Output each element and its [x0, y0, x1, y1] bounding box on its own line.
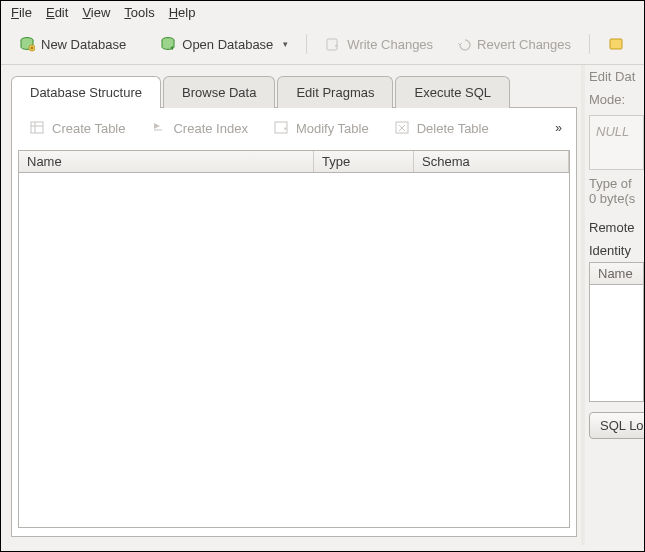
menu-edit-label: dit [55, 5, 69, 20]
create-index-icon [151, 120, 167, 136]
write-changes-button: Write Changes [317, 32, 441, 56]
menu-edit[interactable]: Edit [46, 5, 68, 20]
delete-table-label: Delete Table [417, 121, 489, 136]
structure-toolbar: Create Table Create Index Modify Table [12, 108, 576, 150]
modify-table-icon [274, 120, 290, 136]
column-header-schema[interactable]: Schema [414, 151, 569, 172]
toolbar-overflow-button[interactable]: » [555, 121, 566, 135]
write-changes-label: Write Changes [347, 37, 433, 52]
create-index-label: Create Index [173, 121, 247, 136]
schema-tree-header: Name Type Schema [19, 151, 569, 173]
remote-heading: Remote [589, 220, 644, 235]
create-index-button: Create Index [143, 116, 255, 140]
left-pane: Database Structure Browse Data Edit Prag… [1, 65, 581, 545]
revert-changes-icon [455, 36, 471, 52]
svg-rect-3 [327, 39, 337, 50]
menu-file[interactable]: File [11, 5, 32, 20]
tab-database-structure[interactable]: Database Structure [11, 76, 161, 108]
toolbar-separator-2 [589, 34, 590, 54]
create-table-button: Create Table [22, 116, 133, 140]
sql-log-label: SQL Lo [600, 418, 644, 433]
identity-label: Identity [589, 243, 644, 258]
tab-execute-sql[interactable]: Execute SQL [395, 76, 510, 108]
remote-column-name[interactable]: Name [590, 263, 643, 285]
modify-table-label: Modify Table [296, 121, 369, 136]
tab-execute-label: Execute SQL [414, 85, 491, 100]
open-database-dropdown-icon[interactable]: ▾ [279, 39, 288, 49]
column-header-type[interactable]: Type [314, 151, 414, 172]
delete-table-icon [395, 120, 411, 136]
menu-help[interactable]: Help [169, 5, 196, 20]
create-table-label: Create Table [52, 121, 125, 136]
modify-table-button: Modify Table [266, 116, 377, 140]
tab-browse-data[interactable]: Browse Data [163, 76, 275, 108]
menu-bar: File Edit View Tools Help [1, 1, 644, 26]
revert-changes-label: Revert Changes [477, 37, 571, 52]
project-icon [608, 36, 624, 52]
tab-browse-label: Browse Data [182, 85, 256, 100]
tab-pragmas-label: Edit Pragmas [296, 85, 374, 100]
write-changes-icon [325, 36, 341, 52]
new-database-label: New Database [41, 37, 126, 52]
new-database-icon [19, 36, 35, 52]
menu-file-label: ile [19, 5, 32, 20]
create-table-icon [30, 120, 46, 136]
schema-tree[interactable]: Name Type Schema [18, 150, 570, 528]
cell-editor-placeholder: NULL [596, 124, 629, 139]
delete-table-button: Delete Table [387, 116, 497, 140]
bytes-label: 0 byte(s [589, 191, 644, 206]
svg-rect-5 [31, 122, 43, 133]
revert-changes-button: Revert Changes [447, 32, 579, 56]
edit-cell-heading: Edit Dat [589, 69, 644, 84]
tab-bar: Database Structure Browse Data Edit Prag… [11, 75, 577, 107]
sql-log-button[interactable]: SQL Lo [589, 412, 644, 439]
type-of-label: Type of [589, 176, 644, 191]
menu-help-label: elp [178, 5, 195, 20]
column-header-name[interactable]: Name [19, 151, 314, 172]
menu-view[interactable]: View [82, 5, 110, 20]
mode-label: Mode: [589, 92, 625, 107]
cell-editor[interactable]: NULL [589, 115, 644, 170]
tab-edit-pragmas[interactable]: Edit Pragmas [277, 76, 393, 108]
tab-structure-label: Database Structure [30, 85, 142, 100]
open-database-button[interactable]: Open Database ▾ [152, 32, 296, 56]
open-database-label: Open Database [182, 37, 273, 52]
toolbar-separator [306, 34, 307, 54]
menu-tools-label: ools [131, 5, 155, 20]
open-database-icon [160, 36, 176, 52]
main-toolbar: New Database Open Database ▾ Write Chang… [1, 26, 644, 65]
svg-rect-4 [610, 39, 622, 49]
toolbar-extra-button[interactable] [600, 32, 624, 56]
menu-tools[interactable]: Tools [124, 5, 154, 20]
right-pane: Edit Dat Mode: NULL Type of 0 byte(s Rem… [585, 65, 644, 545]
new-database-button[interactable]: New Database [11, 32, 134, 56]
menu-view-label: iew [91, 5, 111, 20]
remote-list[interactable]: Name [589, 262, 644, 402]
tab-content: Create Table Create Index Modify Table [11, 107, 577, 537]
